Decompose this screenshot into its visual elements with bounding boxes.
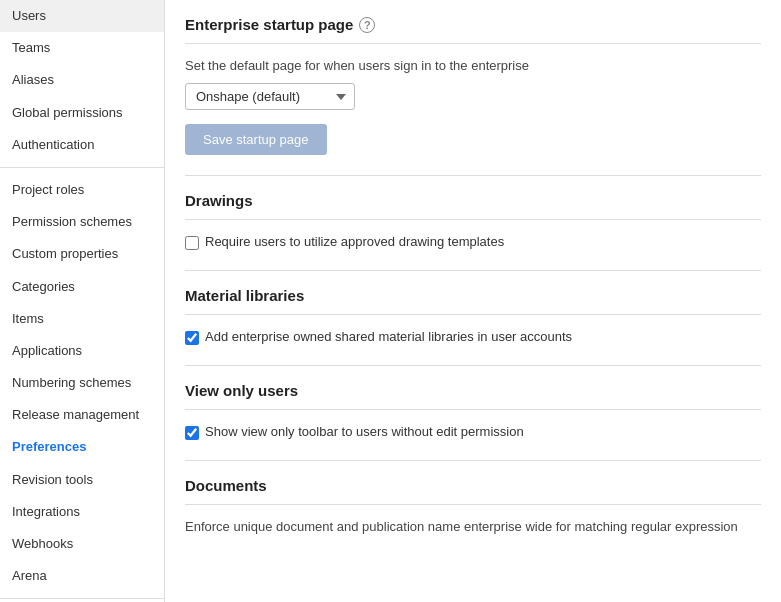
drawings-section: Drawings Require users to utilize approv… — [185, 192, 761, 250]
separator-2 — [185, 270, 761, 271]
documents-section: Documents Enforce unique document and pu… — [185, 477, 761, 534]
view-only-section: View only users Show view only toolbar t… — [185, 382, 761, 440]
drawings-checkbox-row: Require users to utilize approved drawin… — [185, 234, 761, 250]
sidebar: Users Teams Aliases Global permissions A… — [0, 0, 165, 602]
sidebar-item-release-management[interactable]: Release management — [0, 399, 164, 431]
sidebar-item-preferences[interactable]: Preferences — [0, 431, 164, 463]
sidebar-divider-1 — [0, 167, 164, 168]
startup-page-title-text: Enterprise startup page — [185, 16, 353, 33]
startup-description: Set the default page for when users sign… — [185, 58, 761, 73]
documents-title: Documents — [185, 477, 761, 505]
save-startup-button[interactable]: Save startup page — [185, 124, 327, 155]
material-libraries-checkbox-label: Add enterprise owned shared material lib… — [205, 329, 572, 344]
material-libraries-title: Material libraries — [185, 287, 761, 315]
view-only-checkbox[interactable] — [185, 426, 199, 440]
sidebar-item-global-permissions[interactable]: Global permissions — [0, 97, 164, 129]
sidebar-item-arena[interactable]: Arena — [0, 560, 164, 592]
separator-4 — [185, 460, 761, 461]
sidebar-item-authentication[interactable]: Authentication — [0, 129, 164, 161]
drawings-checkbox-label: Require users to utilize approved drawin… — [205, 234, 504, 249]
material-libraries-checkbox[interactable] — [185, 331, 199, 345]
documents-description: Enforce unique document and publication … — [185, 519, 761, 534]
separator-1 — [185, 175, 761, 176]
view-only-title: View only users — [185, 382, 761, 410]
startup-page-title: Enterprise startup page ? — [185, 16, 761, 44]
sidebar-item-custom-properties[interactable]: Custom properties — [0, 238, 164, 270]
sidebar-item-teams[interactable]: Teams — [0, 32, 164, 64]
sidebar-item-project-roles[interactable]: Project roles — [0, 174, 164, 206]
view-only-title-text: View only users — [185, 382, 298, 399]
sidebar-item-categories[interactable]: Categories — [0, 271, 164, 303]
sidebar-group-middle: Project roles Permission schemes Custom … — [0, 174, 164, 592]
startup-page-section: Enterprise startup page ? Set the defaul… — [185, 16, 761, 155]
separator-3 — [185, 365, 761, 366]
drawings-title: Drawings — [185, 192, 761, 220]
sidebar-item-permission-schemes[interactable]: Permission schemes — [0, 206, 164, 238]
sidebar-item-revision-tools[interactable]: Revision tools — [0, 464, 164, 496]
drawings-title-text: Drawings — [185, 192, 253, 209]
help-icon[interactable]: ? — [359, 17, 375, 33]
sidebar-item-integrations[interactable]: Integrations — [0, 496, 164, 528]
sidebar-item-aliases[interactable]: Aliases — [0, 64, 164, 96]
view-only-checkbox-row: Show view only toolbar to users without … — [185, 424, 761, 440]
startup-dropdown-wrapper: Onshape (default) Documents Dashboard — [185, 83, 761, 110]
sidebar-item-webhooks[interactable]: Webhooks — [0, 528, 164, 560]
sidebar-item-numbering-schemes[interactable]: Numbering schemes — [0, 367, 164, 399]
drawings-checkbox[interactable] — [185, 236, 199, 250]
documents-title-text: Documents — [185, 477, 267, 494]
view-only-checkbox-label: Show view only toolbar to users without … — [205, 424, 524, 439]
material-libraries-checkbox-row: Add enterprise owned shared material lib… — [185, 329, 761, 345]
material-libraries-section: Material libraries Add enterprise owned … — [185, 287, 761, 345]
sidebar-group-top: Users Teams Aliases Global permissions A… — [0, 0, 164, 161]
startup-page-dropdown[interactable]: Onshape (default) Documents Dashboard — [185, 83, 355, 110]
sidebar-item-items[interactable]: Items — [0, 303, 164, 335]
material-libraries-title-text: Material libraries — [185, 287, 304, 304]
main-content: Enterprise startup page ? Set the defaul… — [165, 0, 781, 602]
sidebar-divider-2 — [0, 598, 164, 599]
sidebar-item-users[interactable]: Users — [0, 0, 164, 32]
sidebar-item-applications[interactable]: Applications — [0, 335, 164, 367]
